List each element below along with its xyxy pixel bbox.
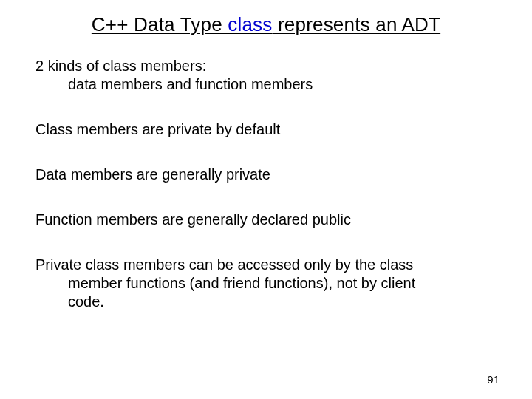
p5-line2: member functions (and friend functions),… <box>35 274 497 293</box>
paragraph-3: Data members are generally private <box>35 166 497 184</box>
p1-line1: 2 kinds of class members: <box>35 57 497 75</box>
paragraph-4: Function members are generally declared … <box>35 211 497 229</box>
p1-line2: data members and function members <box>35 75 497 94</box>
title-suffix: represents an ADT <box>273 13 441 35</box>
p5-line3: code. <box>35 293 497 311</box>
title-prefix: C++ Data Type <box>92 13 228 35</box>
paragraph-1: 2 kinds of class members: data members a… <box>35 57 497 94</box>
p5-line1: Private class members can be accessed on… <box>35 256 497 274</box>
title-keyword: class <box>228 13 272 35</box>
slide-body: 2 kinds of class members: data members a… <box>35 57 497 311</box>
paragraph-5: Private class members can be accessed on… <box>35 256 497 311</box>
page-number: 91 <box>487 373 499 386</box>
slide: C++ Data Type class represents an ADT 2 … <box>0 0 532 399</box>
slide-title: C++ Data Type class represents an ADT <box>35 13 497 36</box>
paragraph-2: Class members are private by default <box>35 120 497 139</box>
